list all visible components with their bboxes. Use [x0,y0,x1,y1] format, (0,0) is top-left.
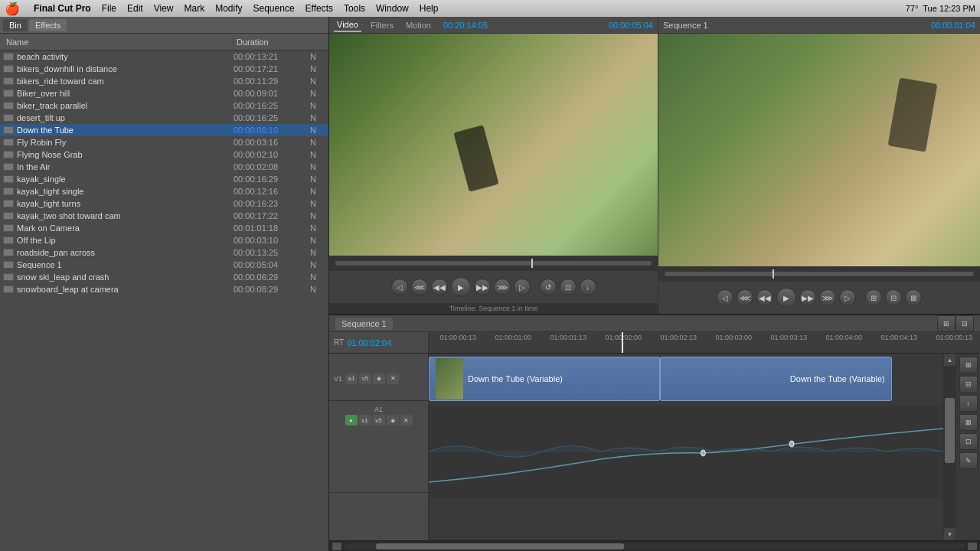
btn-mark-out[interactable]: ▷ [514,279,531,295]
tab-bin[interactable]: Bin [3,19,28,31]
canvas-btn-mark-out[interactable]: ▷ [839,289,856,306]
scroll-track[interactable] [944,366,956,528]
audio-track-m[interactable]: ◈ [387,415,399,425]
video-track-header: V1 a1 v5 ◈ ✕ [329,357,428,401]
menu-mark[interactable]: Mark [185,3,205,14]
audio-track-s[interactable]: v5 [373,415,385,425]
menu-edit[interactable]: Edit [127,3,143,14]
btn-ff[interactable]: ▶▶ [474,279,491,295]
browser-item[interactable]: Biker_over hill00:00:09:01N [0,87,328,99]
browser-item[interactable]: kayak_tight single00:00:12:16N [0,185,328,197]
btn-loop[interactable]: ↺ [540,279,557,295]
browser-item[interactable]: Fly Robin Fly00:00:03:16N [0,136,328,148]
video-track-auto[interactable]: ◈ [373,373,385,384]
menu-tools[interactable]: Tools [344,3,365,14]
btn-play[interactable]: ▶ [451,277,471,297]
browser-item[interactable]: kayak_tight turns00:00:16:23N [0,197,328,210]
timeline-tracks-container: V1 a1 v5 ◈ ✕ A1 ● x1 [329,354,980,540]
audio-green-btn[interactable]: ● [345,415,358,425]
browser-item[interactable]: kayak_two shot toward cam00:00:17:22N [0,210,328,222]
viewer-left-scrubber[interactable] [329,256,658,271]
item-duration: 00:01:01:18 [234,223,310,233]
btn-rewind[interactable]: ◀◀ [431,279,448,295]
browser-item[interactable]: desert_tilt up00:00:16:25N [0,112,328,124]
canvas-btn-next[interactable]: ⋙ [819,289,836,306]
tool-btn-1[interactable]: ⊞ [959,357,978,373]
menu-view[interactable]: View [154,3,174,14]
browser-item[interactable]: Flying Nose Grab00:00:02:10N [0,148,328,161]
browser-item[interactable]: kayak_single00:00:16:29N [0,173,328,185]
canvas-btn-ff[interactable]: ▶▶ [799,289,816,306]
scroll-down-arrow[interactable]: ▼ [944,528,956,540]
scroll-up-arrow[interactable]: ▲ [944,354,956,366]
canvas-btn-mark-in[interactable]: ◁ [717,289,733,306]
item-n: N [310,64,325,73]
apple-menu[interactable]: 🍎 [5,2,20,16]
menu-app[interactable]: Final Cut Pro [34,3,91,14]
tab-effects[interactable]: Effects [29,19,67,31]
scroll-right-btn[interactable] [968,543,977,550]
video-track-solo[interactable]: ✕ [387,373,399,384]
canvas-btn-rewind[interactable]: ◀◀ [756,289,773,306]
audio-track-solo2[interactable]: ✕ [400,415,413,425]
canvas-btn-edit3[interactable]: ⊠ [905,289,922,306]
video-track-vis[interactable]: v5 [359,373,371,384]
browser-item[interactable]: Off the Lip00:00:03:10N [0,234,328,246]
video-clip-1[interactable]: Down the Tube (Variable) [429,357,660,401]
scroll-left-btn[interactable] [332,543,341,550]
tool-btn-3[interactable]: ↕ [959,395,978,412]
viewer-right-scrubber[interactable] [658,266,980,282]
browser-item[interactable]: bikers_ride toward cam00:00:11:29N [0,75,328,87]
col-name-header[interactable]: Name [3,37,234,47]
item-duration: 00:00:13:25 [234,248,310,257]
browser-item[interactable]: Sequence 100:00:05:04N [0,259,328,271]
video-clip-2[interactable]: Down the Tube (Variable) [660,357,891,401]
canvas-btn-edit2[interactable]: ⊟ [885,289,902,306]
timeline-btn-expand[interactable]: ⊟ [956,315,974,332]
menu-effects[interactable]: Effects [305,3,333,14]
item-icon [3,175,14,183]
audio-track-label[interactable]: x1 [359,415,371,425]
tool-btn-5[interactable]: ⊡ [959,433,978,450]
timeline-ruler[interactable]: 01:00:00:13 01:00:01:00 01:00:01:13 01:0… [429,332,980,353]
menu-help[interactable]: Help [420,3,439,14]
menu-file[interactable]: File [102,3,116,14]
btn-next-frame[interactable]: ⋙ [494,279,511,295]
menu-window[interactable]: Window [376,3,409,14]
browser-item[interactable]: roadside_pan across00:00:13:25N [0,246,328,259]
scroll-thumb[interactable] [945,398,955,463]
browser-item[interactable]: In the Air00:00:02:08N [0,161,328,173]
browser-item[interactable]: Mark on Camera00:01:01:18N [0,222,328,234]
timeline-scroll-track[interactable] [345,543,965,549]
menu-modify[interactable]: Modify [215,3,242,14]
tool-btn-2[interactable]: ⊟ [959,376,978,393]
btn-mark-in[interactable]: ◁ [391,279,408,295]
btn-match-frame[interactable]: ⊡ [560,279,577,295]
browser-item[interactable]: bikers_downhill in distance00:00:17:21N [0,63,328,75]
timeline-sequence-tab[interactable]: Sequence 1 [335,318,393,330]
timeline-scroll-thumb[interactable] [376,543,624,549]
browser-item[interactable]: beach activity00:00:13:21N [0,51,328,63]
menu-sequence[interactable]: Sequence [253,3,295,14]
timeline-right-scrollbar[interactable]: ▲ ▼ [943,354,956,540]
btn-prev-frame[interactable]: ⋘ [411,279,428,295]
canvas-btn-play[interactable]: ▶ [776,288,796,308]
browser-item[interactable]: snowboard_leap at camera00:00:08:29N [0,283,328,295]
tab-filters[interactable]: Filters [368,19,397,31]
browser-item[interactable]: Down the Tube00:00:06:10N [0,124,328,136]
browser-item[interactable]: snow ski_leap and crash00:00:06:29N [0,271,328,283]
scrub-bar[interactable] [335,261,652,266]
video-track-lock[interactable]: a1 [345,373,358,384]
tool-btn-6[interactable]: ✎ [959,452,978,469]
canvas-btn-edit1[interactable]: ⊞ [865,289,882,306]
tab-video[interactable]: Video [334,18,361,32]
tab-motion[interactable]: Motion [403,19,434,31]
browser-item[interactable]: biker_track parallel00:00:16:25N [0,99,328,112]
timeline-content[interactable]: Down the Tube (Variable) Down the Tube (… [429,354,943,540]
timeline-btn-rtedge[interactable]: ⊞ [937,315,956,332]
tool-btn-4[interactable]: ⊠ [959,414,978,431]
canvas-btn-prev[interactable]: ⋘ [737,289,753,306]
col-duration-header[interactable]: Duration [234,37,310,47]
timeline-horizontal-scrollbar[interactable] [329,540,980,551]
btn-overwrite[interactable]: ↓ [580,279,596,295]
